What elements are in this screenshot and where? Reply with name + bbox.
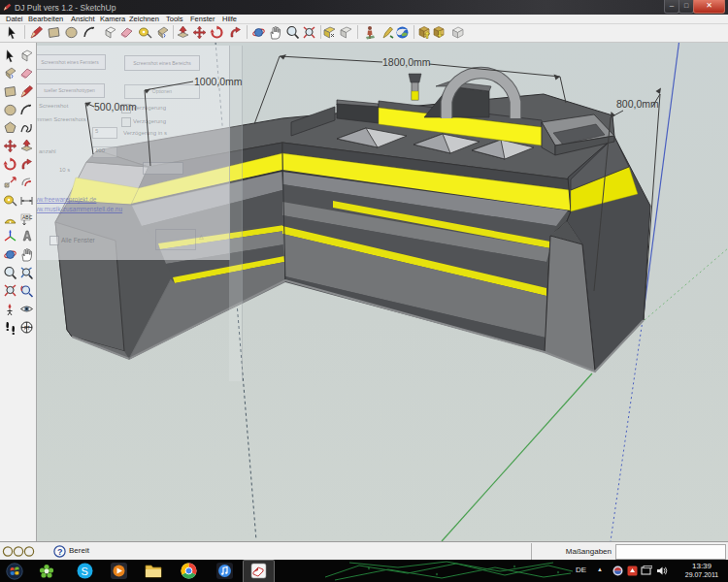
svg-text:ABC: ABC <box>22 214 33 220</box>
svg-text:PT: PT <box>24 325 30 330</box>
svg-text:?: ? <box>57 547 63 557</box>
svg-text:S: S <box>82 566 88 577</box>
